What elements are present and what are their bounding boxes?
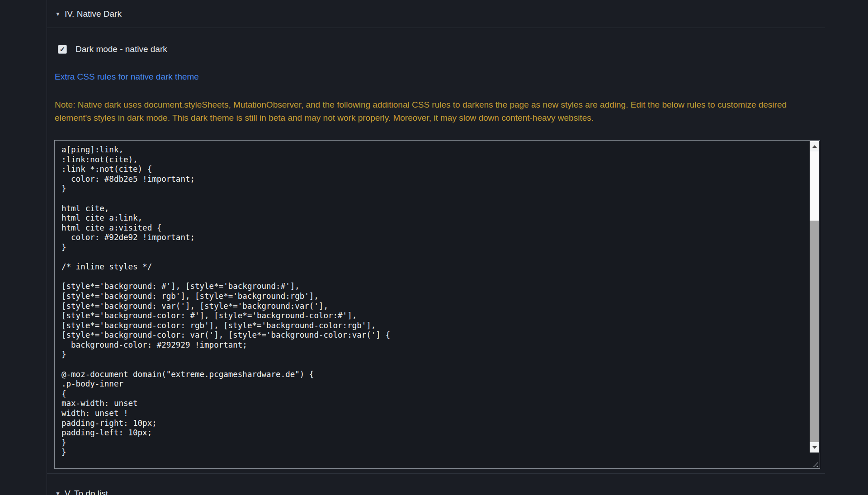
section-header-native-dark[interactable]: ▼ IV. Native Dark xyxy=(47,0,825,28)
dark-mode-row: ✓ Dark mode - native dark xyxy=(58,44,167,55)
checkmark-icon: ✓ xyxy=(60,45,66,53)
settings-panel: ▼ IV. Native Dark ✓ Dark mode - native d… xyxy=(47,0,825,495)
scrollbar-thumb[interactable] xyxy=(810,151,819,221)
textarea-scrollbar[interactable] xyxy=(810,141,819,453)
next-section-title: V. To do list xyxy=(65,489,108,495)
section-header-next[interactable]: ▼ V. To do list xyxy=(55,489,108,495)
extra-css-link[interactable]: Extra CSS rules for native dark theme xyxy=(55,72,199,82)
native-dark-checkbox[interactable]: ✓ xyxy=(58,45,67,54)
section-title: IV. Native Dark xyxy=(65,9,122,19)
scrollbar-track[interactable] xyxy=(810,151,819,442)
css-rules-textarea[interactable]: a[ping]:link, :link:not(cite), :link *:n… xyxy=(54,140,820,469)
css-rules-content: a[ping]:link, :link:not(cite), :link *:n… xyxy=(61,145,390,457)
section-divider xyxy=(47,473,825,474)
scrollbar-down-button[interactable] xyxy=(810,442,819,453)
chevron-down-icon xyxy=(812,446,817,449)
collapse-triangle-icon: ▼ xyxy=(55,11,61,17)
resize-grip-icon[interactable] xyxy=(812,461,818,467)
collapse-triangle-icon: ▼ xyxy=(55,491,61,495)
native-dark-checkbox-label: Dark mode - native dark xyxy=(75,44,167,54)
native-dark-note: Note: Native dark uses document.styleShe… xyxy=(55,98,807,124)
chevron-up-icon xyxy=(812,145,817,148)
scrollbar-up-button[interactable] xyxy=(810,141,819,151)
